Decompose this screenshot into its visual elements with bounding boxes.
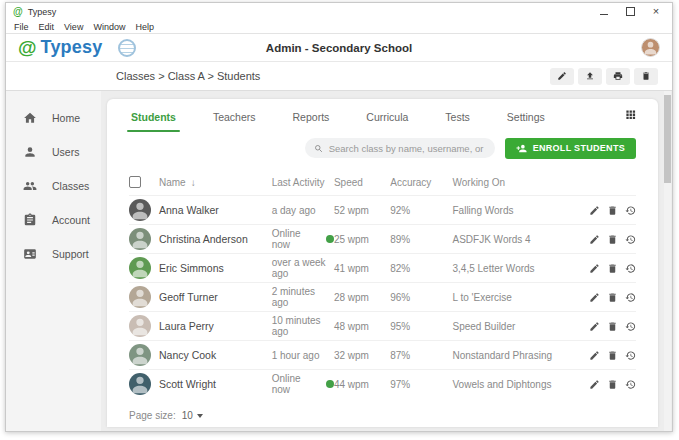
tab-label: Reports [293, 111, 330, 123]
history-button[interactable] [625, 350, 636, 361]
student-name[interactable]: Eric Simmons [159, 262, 272, 274]
upload-button[interactable] [578, 68, 602, 85]
menu-window[interactable]: Window [93, 22, 125, 32]
pencil-icon [589, 234, 600, 245]
tab-bar: Students Teachers Reports [129, 99, 636, 129]
tab-label: Curricula [366, 111, 408, 123]
tab[interactable]: Curricula [364, 103, 410, 132]
working-on-value: Falling Words [453, 205, 581, 216]
search-box[interactable] [305, 138, 495, 158]
column-name[interactable]: Name ↓ [159, 177, 272, 188]
edit-student-button[interactable] [589, 292, 600, 303]
table-row[interactable]: Nancy Cook 1 hour ago 32 wpm 87% Nonstan… [129, 340, 636, 369]
print-button[interactable] [606, 68, 630, 85]
search-icon [314, 144, 323, 153]
history-button[interactable] [625, 263, 636, 274]
speed-value: 28 wpm [334, 292, 390, 303]
admin-avatar[interactable] [641, 38, 660, 57]
accuracy-value: 89% [390, 234, 452, 245]
tab-label: Tests [445, 111, 470, 123]
history-button[interactable] [625, 379, 636, 390]
working-on-value: 3,4,5 Letter Words [453, 263, 581, 274]
delete-student-button[interactable] [607, 350, 618, 361]
close-icon[interactable] [651, 7, 661, 17]
column-working-on[interactable]: Working On [453, 177, 581, 188]
maximize-icon[interactable] [625, 7, 635, 17]
tab[interactable]: Tests [443, 103, 472, 132]
column-last-activity[interactable]: Last Activity [272, 177, 334, 188]
scrollbar-thumb[interactable] [664, 95, 671, 183]
delete-student-button[interactable] [607, 379, 618, 390]
student-name[interactable]: Anna Walker [159, 204, 272, 216]
upload-icon [585, 71, 595, 81]
table-row[interactable]: Laura Perry 10 minutes ago 48 wpm 95% Sp… [129, 311, 636, 340]
accuracy-value: 95% [390, 321, 452, 332]
sidebar-item-classes[interactable]: Classes [6, 169, 101, 203]
delete-student-button[interactable] [607, 321, 618, 332]
history-button[interactable] [625, 234, 636, 245]
student-name[interactable]: Scott Wright [159, 378, 272, 390]
edit-student-button[interactable] [589, 379, 600, 390]
history-button[interactable] [625, 292, 636, 303]
sidebar-item-home[interactable]: Home [6, 101, 101, 135]
delete-student-button[interactable] [607, 263, 618, 274]
edit-student-button[interactable] [589, 234, 600, 245]
tab[interactable]: Students [129, 103, 178, 132]
pencil-icon [589, 205, 600, 216]
student-name[interactable]: Christina Anderson [159, 233, 272, 245]
app-window: Typesy File Edit View Window Help Admin … [5, 2, 673, 432]
table-row[interactable]: Christina Anderson Online now 25 wpm 89%… [129, 224, 636, 253]
page-size-label: Page size: [129, 410, 176, 421]
vertical-scrollbar[interactable] [664, 91, 671, 431]
menu-file[interactable]: File [14, 22, 29, 32]
edit-student-button[interactable] [589, 321, 600, 332]
sidebar-label: Users [52, 146, 79, 158]
trash-icon [607, 205, 618, 216]
enroll-students-button[interactable]: ENROLL STUDENTS [505, 138, 636, 159]
table-row[interactable]: Eric Simmons over a week ago 41 wpm 82% … [129, 253, 636, 282]
menu-help[interactable]: Help [135, 22, 154, 32]
history-button[interactable] [625, 321, 636, 332]
page-size-dropdown[interactable]: 10 [182, 410, 203, 421]
grid-view-icon[interactable] [625, 106, 636, 124]
speed-value: 52 wpm [334, 205, 390, 216]
delete-student-button[interactable] [607, 234, 618, 245]
printer-icon [613, 71, 623, 81]
delete-student-button[interactable] [607, 205, 618, 216]
table-row[interactable]: Scott Wright Online now 44 wpm 97% Vowel… [129, 369, 636, 398]
edit-button[interactable] [550, 68, 574, 85]
sort-descending-icon[interactable]: ↓ [191, 177, 196, 188]
edit-student-button[interactable] [589, 350, 600, 361]
sidebar-item-support[interactable]: Support [6, 237, 101, 271]
table-row[interactable]: Geoff Turner 2 minutes ago 28 wpm 96% L … [129, 282, 636, 311]
column-speed[interactable]: Speed [334, 177, 390, 188]
delete-button[interactable] [634, 68, 658, 85]
tab[interactable]: Settings [505, 103, 547, 132]
edit-student-button[interactable] [589, 205, 600, 216]
column-accuracy[interactable]: Accuracy [390, 177, 452, 188]
chevron-down-icon [197, 414, 203, 418]
menu-view[interactable]: View [64, 22, 83, 32]
sidebar-item-account[interactable]: Account [6, 203, 101, 237]
search-input[interactable] [329, 143, 486, 154]
history-button[interactable] [625, 205, 636, 216]
tab[interactable]: Teachers [211, 103, 258, 132]
delete-student-button[interactable] [607, 292, 618, 303]
edit-student-button[interactable] [589, 263, 600, 274]
minimize-icon[interactable] [599, 7, 609, 17]
breadcrumb[interactable]: Classes > Class A > Students [116, 70, 260, 82]
student-name[interactable]: Nancy Cook [159, 349, 272, 361]
student-name[interactable]: Geoff Turner [159, 291, 272, 303]
pencil-icon [589, 379, 600, 390]
select-all-checkbox[interactable] [129, 176, 141, 188]
sidebar-item-users[interactable]: Users [6, 135, 101, 169]
menu-edit[interactable]: Edit [39, 22, 55, 32]
table-row[interactable]: Anna Walker a day ago 52 wpm 92% Falling… [129, 195, 636, 224]
working-on-value: Vowels and Diphtongs [453, 379, 581, 390]
speed-value: 25 wpm [334, 234, 390, 245]
tab[interactable]: Reports [291, 103, 332, 132]
student-name[interactable]: Laura Perry [159, 320, 272, 332]
tab-label: Settings [507, 111, 545, 123]
speed-value: 41 wpm [334, 263, 390, 274]
column-label: Name [159, 177, 186, 188]
